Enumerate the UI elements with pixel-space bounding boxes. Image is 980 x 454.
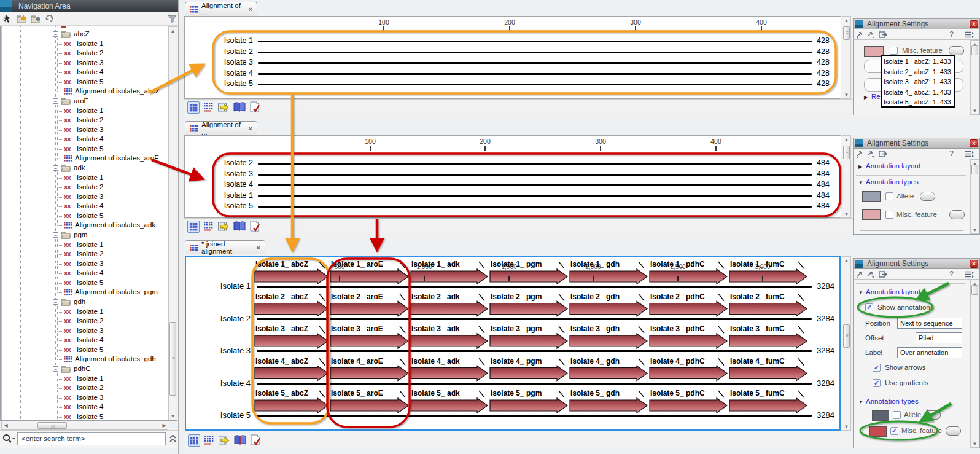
checkbox[interactable] [890,47,898,55]
collapse-search-icon[interactable] [169,434,177,443]
checkbox[interactable]: ✓ [865,303,873,311]
scrollbar-thumb[interactable]: ≡ [169,322,176,396]
notes-button[interactable] [250,434,261,447]
sequence-line[interactable] [257,383,812,385]
tree-item-isolate[interactable]: XXIsolate 5 [2,77,169,87]
panel-splitter[interactable] [178,0,184,454]
nav-vertical-scrollbar[interactable]: ▲▼≡ [168,26,177,420]
scroll-down-icon[interactable]: ▼ [843,423,850,430]
settings-close-icon[interactable]: × [970,20,978,28]
settings-close-icon[interactable]: × [970,139,978,147]
apply-to-icon[interactable] [879,270,887,278]
tree-folder-aroE[interactable]: –aroE [2,96,169,106]
apply-to-icon[interactable] [879,150,887,158]
tree-folder-adk[interactable]: –adk [2,163,169,173]
tree-item-alignment[interactable]: Alignment of isolates_adk [2,221,169,230]
tree-item-alignment[interactable]: Alignment of isolates_gdh [2,354,169,364]
sequence-line[interactable] [258,84,812,85]
notes-button[interactable] [249,101,260,114]
select-tool-icon[interactable] [867,31,875,39]
nav-horizontal-scrollbar[interactable]: ◀▶||| [1,421,168,430]
tree-item-isolate[interactable]: XXIsolate 5 [2,345,169,354]
scrollbar-thumb[interactable] [971,165,978,174]
tree-item-isolate[interactable]: XXIsolate 3 [2,58,169,68]
tree-item-isolate[interactable]: XXIsolate 2 [2,182,169,192]
joined-vertical-scrollbar[interactable]: ▲▼≡ [842,256,851,431]
sequence-line[interactable] [258,206,812,208]
view-mode-table-button[interactable] [204,435,215,446]
tree-item-isolate[interactable]: XXIsolate 5 [2,211,169,221]
checkbox[interactable]: ✓ [873,364,881,372]
help-icon[interactable]: ? [949,149,954,158]
annotation-types-header[interactable]: Annotation types [866,178,919,186]
dropdown-button[interactable] [949,210,965,219]
search-input[interactable]: <enter search term> [17,432,166,445]
help-icon[interactable]: ? [949,30,954,39]
tree-item-isolate[interactable]: XXIsolate 2 [2,49,169,58]
help-book-button[interactable] [234,435,246,446]
sequence-line[interactable] [257,350,812,352]
scrollbar-thumb[interactable]: ≡ [843,146,850,159]
scrollbar-thumb[interactable] [971,285,978,295]
select-tool-icon[interactable] [867,151,875,158]
tree-folder-pgm[interactable]: –pgm [2,230,169,240]
tree-item-isolate[interactable]: XXIsolate 4 [2,202,169,211]
tab-close-icon[interactable]: × [257,244,260,251]
scroll-down-icon[interactable]: ▼ [843,211,850,217]
scroll-down-icon[interactable]: ▼ [971,440,978,447]
sequence-line[interactable] [258,163,812,165]
tree-item-isolate[interactable]: XXIsolate 2 [2,383,169,393]
expand-collapse-icon[interactable]: – [53,366,58,372]
help-book-button[interactable] [233,221,246,232]
export-view-button[interactable] [218,221,230,232]
checkbox[interactable] [893,411,901,419]
dropdown-button[interactable] [949,46,964,55]
sequence-line[interactable] [258,52,812,53]
tab-joined-alignment[interactable]: * joined alignment× [185,240,265,254]
scroll-down-icon[interactable]: ▼ [971,227,978,233]
help-book-button[interactable] [233,102,246,113]
panel-menu-icon[interactable] [965,31,974,39]
settings-close-icon[interactable]: × [970,260,978,268]
tree-item-isolate[interactable]: XXIsolate 3 [2,393,169,402]
position-select[interactable]: Next to sequence [897,318,962,329]
tree-item-isolate[interactable]: XXIsolate 1 [2,374,169,383]
view-mode-graphical-button[interactable] [188,434,200,447]
tree-item-alignment[interactable]: Alignment of isolates_abcZ [2,87,169,96]
tree-item-alignment[interactable]: Alignment of isolates_aroE [2,154,169,163]
add-folder-icon[interactable] [31,15,41,24]
tree-item-isolate[interactable]: XXIsolate 3 [2,192,169,202]
tree-item-isolate[interactable]: XXIsolate 4 [2,335,169,345]
tab-alignment-top[interactable]: Alignment of ...× [185,2,257,16]
annotation-types-header[interactable]: Annotation types [866,397,919,405]
expand-collapse-icon[interactable]: – [53,165,58,171]
view-mode-graphical-button[interactable] [187,101,200,114]
dropdown-button[interactable] [920,192,935,201]
scroll-up-icon[interactable]: ▲ [843,136,850,143]
expand-collapse-icon[interactable]: – [53,232,58,238]
apply-to-icon[interactable] [879,31,887,39]
expand-collapse-icon[interactable]: – [53,299,58,305]
settings-scrollbar[interactable]: ▲▼ [970,40,979,115]
tree-item-isolate[interactable]: XXIsolate 3 [2,259,169,268]
pan-tool-icon[interactable] [856,270,864,278]
expand-collapse-icon[interactable]: – [53,98,58,104]
scrollbar-thumb[interactable] [971,45,978,55]
view-mode-table-button[interactable] [203,102,214,113]
tree-item-isolate[interactable]: XXIsolate 4 [2,402,169,412]
scroll-right-icon[interactable]: ▶ [161,422,168,429]
partial-section-link[interactable]: Re [871,93,881,100]
sequence-line[interactable] [258,195,812,197]
tree-item-isolate[interactable]: XXIsolate 5 [2,278,169,288]
tree-folder-abcZ[interactable]: –abcZ [2,29,169,39]
panel-menu-icon[interactable] [965,150,974,158]
checkbox[interactable]: ✓ [890,427,898,435]
notes-button[interactable] [249,221,260,233]
tree-item-isolate[interactable]: XXIsolate 2 [2,249,169,259]
settings-scrollbar[interactable]: ▲▼ [970,280,979,448]
scroll-down-icon[interactable]: ▼ [169,413,176,420]
tree-item-isolate[interactable]: XXIsolate 4 [2,268,169,278]
view-mode-table-button[interactable] [203,221,214,232]
refresh-icon[interactable] [45,14,54,23]
tree-item-isolate[interactable]: XXIsolate 5 [2,412,169,420]
